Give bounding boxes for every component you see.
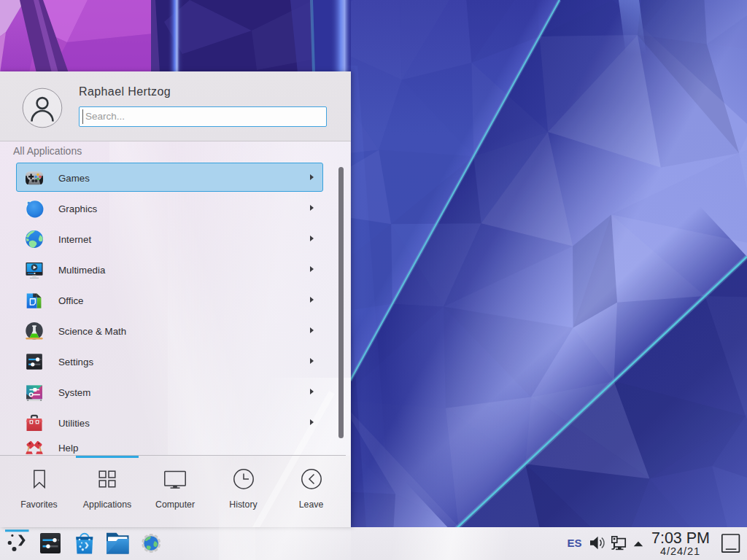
svg-text:ES: ES — [567, 537, 581, 549]
svg-text:4/24/21: 4/24/21 — [660, 545, 700, 557]
svg-text:7:03 PM: 7:03 PM — [651, 529, 710, 547]
